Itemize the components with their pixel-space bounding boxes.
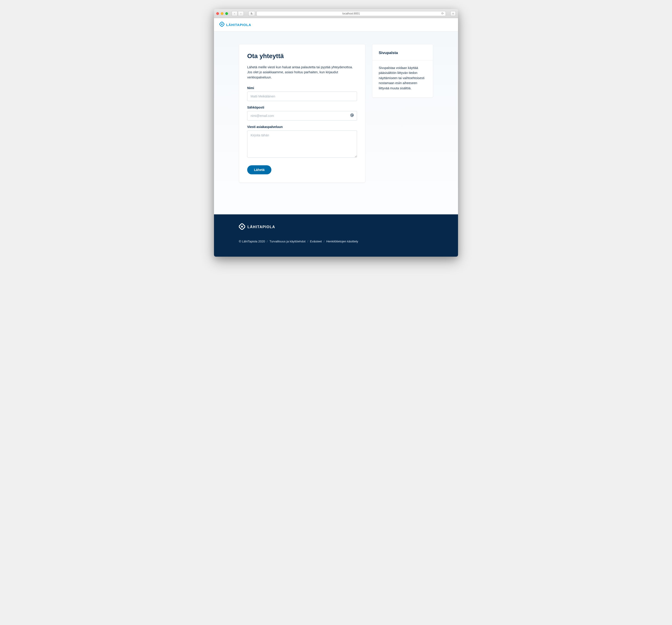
address-text: localhost:8001 [342, 12, 360, 15]
forward-button[interactable]: › [238, 11, 244, 16]
message-field: Viesti asiakaspalveluun [247, 125, 357, 159]
sidebar-text: Sivupalstaa voidaan käyttää pääsisältöön… [379, 65, 427, 91]
close-window-button[interactable] [216, 12, 219, 15]
footer-inner: LÄHITAPIOLA © LähiTapiola 2020 / Turvall… [239, 224, 433, 243]
content-area: Ota yhteyttä Lähetä meille viesti kun ha… [214, 31, 458, 214]
chevron-right-icon: › [240, 12, 241, 15]
footer-brand-name: LÄHITAPIOLA [247, 225, 275, 229]
separator: / [267, 240, 268, 243]
svg-rect-4 [241, 226, 243, 228]
svg-rect-1 [221, 23, 223, 25]
submit-button[interactable]: Lähetä [247, 165, 271, 174]
container: Ota yhteyttä Lähetä meille viesti kun ha… [239, 44, 433, 183]
separator: / [323, 240, 325, 243]
footer-link-cookies[interactable]: Evästeet [310, 240, 322, 243]
sidebar-body: Sivupalstaa voidaan käyttää pääsisältöön… [373, 61, 433, 97]
intro-text: Lähetä meille viesti kun haluat antaa pa… [247, 65, 357, 80]
minimize-window-button[interactable] [221, 12, 223, 15]
footer: LÄHITAPIOLA © LähiTapiola 2020 / Turvall… [214, 214, 458, 257]
reload-icon[interactable]: ⟳ [441, 12, 444, 15]
message-label: Viesti asiakaspalveluun [247, 125, 357, 129]
sidebar-card: Sivupalsta Sivupalstaa voidaan käyttää p… [372, 44, 433, 98]
topbar: LÄHITAPIOLA [214, 18, 458, 31]
brand-mark-icon [239, 224, 245, 231]
footer-links: © LähiTapiola 2020 / Turvallisuus ja käy… [239, 240, 433, 243]
chevron-left-icon: ‹ [234, 12, 235, 15]
brand-logo[interactable]: LÄHITAPIOLA [219, 22, 251, 28]
new-tab-button[interactable]: + [450, 11, 456, 16]
footer-link-privacy[interactable]: Henkilötietojen käsittely [326, 240, 358, 243]
name-input[interactable] [247, 92, 357, 101]
reader-button[interactable]: ♿︎ [248, 11, 255, 16]
nav-buttons: ‹ › [232, 11, 244, 16]
email-input-wrap [247, 111, 357, 120]
copyright-text: © LähiTapiola 2020 [239, 240, 265, 243]
sidebar-title: Sivupalsta [379, 51, 427, 55]
address-bar[interactable]: localhost:8001 ⟳ [257, 11, 446, 16]
page: LÄHITAPIOLA Ota yhteyttä Lähetä meille v… [214, 18, 458, 257]
brand-name: LÄHITAPIOLA [226, 23, 251, 27]
separator: / [307, 240, 308, 243]
sidebar-header: Sivupalsta [373, 44, 433, 61]
name-label: Nimi [247, 86, 357, 90]
browser-chrome: ‹ › ♿︎ localhost:8001 ⟳ + [214, 9, 458, 18]
brand-mark-icon [219, 22, 224, 28]
contact-form-card: Ota yhteyttä Lähetä meille viesti kun ha… [239, 44, 365, 183]
footer-logo[interactable]: LÄHITAPIOLA [239, 224, 433, 231]
maximize-window-button[interactable] [225, 12, 228, 15]
back-button[interactable]: ‹ [232, 11, 238, 16]
accessibility-icon: ♿︎ [250, 12, 253, 15]
browser-window: ‹ › ♿︎ localhost:8001 ⟳ + [214, 9, 458, 257]
email-label: Sähköposti [247, 106, 357, 109]
window-controls [216, 12, 228, 15]
page-title: Ota yhteyttä [247, 52, 357, 60]
email-field: Sähköposti [247, 106, 357, 120]
address-bar-wrap: ♿︎ localhost:8001 ⟳ [248, 11, 446, 16]
plus-icon: + [452, 12, 454, 15]
name-field: Nimi [247, 86, 357, 101]
email-input[interactable] [247, 111, 357, 120]
footer-link-terms[interactable]: Turvallisuus ja käyttöehdot [269, 240, 306, 243]
message-input[interactable] [247, 131, 357, 158]
